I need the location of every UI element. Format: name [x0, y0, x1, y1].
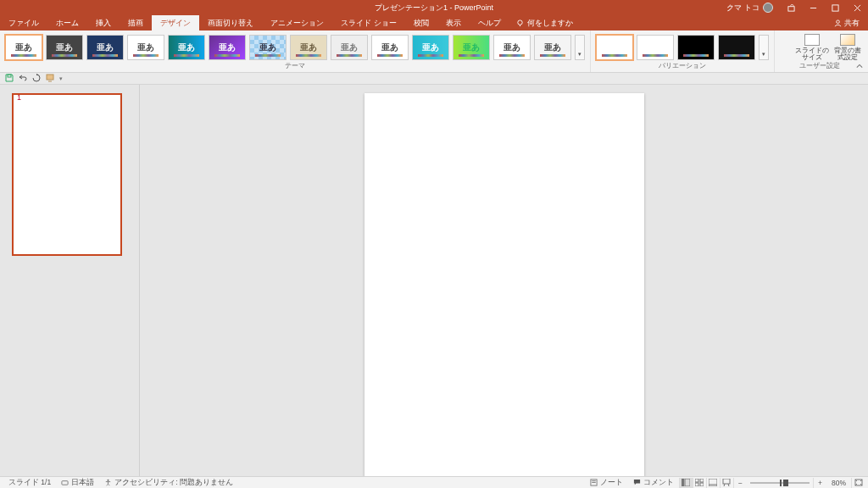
slide-counter[interactable]: スライド 1/1 — [3, 478, 56, 488]
svg-rect-2 — [832, 4, 837, 10]
theme-7[interactable]: 亜あ — [249, 35, 287, 60]
theme-2[interactable]: 亜あ — [46, 35, 83, 60]
background-format-button[interactable]: 背景の書 式設定 — [834, 34, 861, 61]
maximize-icon — [832, 4, 839, 12]
svg-rect-24 — [723, 479, 730, 484]
svg-rect-22 — [709, 479, 717, 486]
tab-design[interactable]: デザイン — [152, 15, 199, 30]
account-button[interactable]: クマ トコ — [720, 3, 780, 14]
user-settings-group: スライドの サイズ 背景の書 式設定 ユーザー設定 — [788, 30, 868, 72]
tab-animations[interactable]: アニメーション — [262, 15, 332, 30]
ribbon-tabs: ファイル ホーム 挿入 描画 デザイン 画面切り替え アニメーション スライド … — [0, 15, 868, 30]
undo-icon — [19, 74, 27, 82]
normal-view-icon — [682, 479, 690, 486]
box-arrow-icon — [787, 4, 795, 12]
svg-rect-9 — [47, 75, 53, 80]
notes-label: ノート — [600, 478, 623, 488]
redo-button[interactable] — [32, 74, 41, 84]
comments-label: コメント — [643, 478, 674, 488]
tab-slideshow[interactable]: スライド ショー — [332, 15, 405, 30]
theme-8[interactable]: 亜あ — [290, 35, 327, 60]
slideshow-view-button[interactable] — [720, 478, 733, 488]
save-button[interactable] — [5, 74, 14, 84]
svg-point-7 — [837, 19, 840, 23]
variant-4[interactable] — [718, 35, 755, 60]
theme-11[interactable]: 亜あ — [412, 35, 449, 60]
maximize-button[interactable] — [824, 0, 846, 15]
slide-size-label: スライドの サイズ — [795, 47, 829, 61]
svg-rect-17 — [685, 479, 690, 486]
avatar-icon — [763, 3, 773, 13]
svg-rect-20 — [695, 483, 698, 486]
tab-file[interactable]: ファイル — [0, 15, 47, 30]
tab-home[interactable]: ホーム — [47, 15, 87, 30]
notes-icon — [590, 479, 598, 486]
reading-view-button[interactable] — [706, 478, 720, 488]
slide-number-label: 1 — [17, 93, 21, 102]
collapse-ribbon-button[interactable] — [851, 61, 868, 73]
tab-help[interactable]: ヘルプ — [470, 15, 509, 30]
tab-view[interactable]: 表示 — [437, 15, 470, 30]
variants-more-button[interactable]: ▾ — [759, 35, 769, 60]
slide-sorter-view-button[interactable] — [693, 478, 706, 488]
undo-button[interactable] — [19, 74, 27, 84]
themes-more-button[interactable]: ▾ — [575, 35, 585, 60]
normal-view-button[interactable] — [679, 478, 693, 488]
status-bar: スライド 1/1 日本語 アクセシビリティ: 問題ありません ノート コメント … — [0, 476, 868, 488]
start-from-beginning-button[interactable] — [46, 74, 54, 84]
account-username: クマ トコ — [726, 3, 760, 14]
slide-thumbnail-1[interactable]: 1 — [12, 93, 131, 256]
svg-rect-0 — [787, 6, 793, 10]
share-button[interactable]: 共有 — [826, 15, 868, 30]
title-bar: プレゼンテーション1 - PowerPoint クマ トコ — [0, 0, 868, 15]
theme-4[interactable]: 亜あ — [127, 35, 164, 60]
background-format-label: 背景の書 式設定 — [834, 47, 861, 61]
slide-editor[interactable] — [140, 85, 868, 476]
theme-12[interactable]: 亜あ — [453, 35, 490, 60]
slide-size-button[interactable]: スライドの サイズ — [795, 34, 829, 61]
user-settings-label: ユーザー設定 — [788, 61, 851, 73]
minimize-button[interactable] — [802, 0, 824, 15]
tab-draw[interactable]: 描画 — [120, 15, 152, 30]
zoom-in-button[interactable]: + — [813, 478, 826, 488]
current-slide[interactable] — [364, 93, 644, 476]
variants-label: バリエーション — [591, 61, 774, 72]
tab-insert[interactable]: 挿入 — [87, 15, 120, 30]
comments-button[interactable]: コメント — [628, 478, 679, 488]
svg-rect-19 — [700, 479, 704, 482]
qat-customize-button[interactable]: ▾ — [59, 75, 63, 82]
zoom-slider-thumb[interactable] — [783, 480, 788, 486]
slide-thumbnails-pane[interactable]: 1 — [0, 85, 140, 476]
fit-icon — [854, 479, 863, 486]
zoom-slider[interactable] — [750, 482, 810, 484]
theme-13[interactable]: 亜あ — [493, 35, 531, 60]
theme-6[interactable]: 亜あ — [209, 35, 246, 60]
fit-to-window-button[interactable] — [851, 478, 865, 488]
theme-office[interactable]: 亜あ — [5, 35, 42, 60]
comment-icon — [633, 479, 641, 486]
theme-3[interactable]: 亜あ — [86, 35, 124, 60]
tab-review[interactable]: 校閲 — [405, 15, 437, 30]
theme-5[interactable]: 亜あ — [168, 35, 205, 60]
background-format-icon — [840, 34, 855, 46]
variant-2[interactable] — [637, 35, 674, 60]
zoom-level[interactable]: 80% — [826, 479, 851, 487]
svg-rect-8 — [8, 75, 11, 77]
close-button[interactable] — [846, 0, 868, 15]
minimize-icon — [810, 4, 817, 12]
tab-transitions[interactable]: 画面切り替え — [199, 15, 262, 30]
accessibility-indicator[interactable]: アクセシビリティ: 問題ありません — [99, 478, 238, 488]
theme-10[interactable]: 亜あ — [371, 35, 409, 60]
zoom-out-button[interactable]: − — [733, 478, 747, 488]
svg-rect-16 — [682, 479, 684, 486]
ribbon-display-button[interactable] — [780, 0, 802, 15]
svg-point-5 — [517, 19, 521, 24]
theme-9[interactable]: 亜あ — [331, 35, 368, 60]
language-indicator[interactable]: 日本語 — [56, 478, 99, 488]
notes-button[interactable]: ノート — [585, 478, 628, 488]
theme-14[interactable]: 亜あ — [534, 35, 571, 60]
close-icon — [854, 4, 861, 12]
variant-1[interactable] — [596, 35, 633, 60]
tell-me[interactable]: 何をしますか — [509, 15, 580, 30]
variant-3[interactable] — [677, 35, 715, 60]
